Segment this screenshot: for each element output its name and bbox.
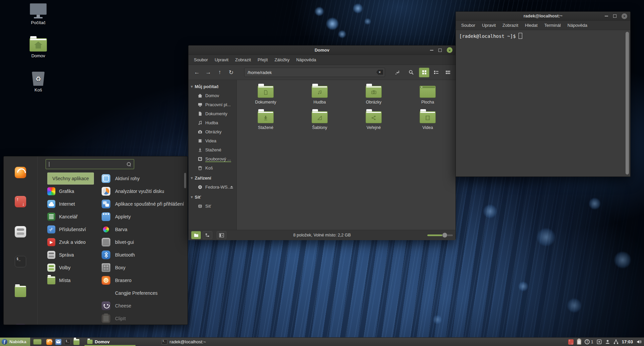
close-button[interactable]: × xyxy=(622,13,627,19)
software-update-launcher[interactable] xyxy=(15,196,26,207)
menu-file[interactable]: Soubor xyxy=(458,23,479,28)
app-item[interactable]: Bluetooth xyxy=(102,249,184,261)
menu-go[interactable]: Přejít xyxy=(254,57,271,62)
sidebar-section-network[interactable]: ▾ Síť xyxy=(189,193,236,202)
desktop-icon-trash[interactable]: ♻ Koš xyxy=(23,70,54,92)
category-sound-video[interactable]: Zvuk a video xyxy=(47,236,102,249)
clock[interactable]: 17:03 xyxy=(622,339,633,344)
firefox-launcher[interactable] xyxy=(46,339,52,345)
sidebar-item-trash[interactable]: Koš xyxy=(189,163,236,172)
app-item[interactable]: Analyzátor využití disku xyxy=(102,185,184,198)
files-launcher[interactable] xyxy=(73,339,79,345)
app-item[interactable]: Cangjie Preferences xyxy=(102,287,184,299)
sidebar-item-videos[interactable]: Videa xyxy=(189,136,236,145)
category-administration[interactable]: Správa xyxy=(47,249,102,261)
taskbar-window-domov[interactable]: Domov xyxy=(85,338,136,346)
sidebar-item-network[interactable]: Síť xyxy=(189,202,236,211)
taskbar-window-terminal[interactable]: radek@localhost:~ xyxy=(159,338,210,346)
maximize-button[interactable] xyxy=(438,49,442,52)
eject-icon[interactable] xyxy=(229,185,234,189)
menu-search[interactable]: Hledat xyxy=(522,23,541,28)
mail-launcher[interactable] xyxy=(55,339,61,345)
minimize-button[interactable] xyxy=(605,16,608,16)
maximize-button[interactable] xyxy=(613,14,616,18)
category-preferences[interactable]: Volby xyxy=(47,261,102,274)
category-internet[interactable]: Internet xyxy=(47,198,102,210)
zoom-slider[interactable] xyxy=(427,232,453,238)
desktop-icon-home[interactable]: Domov xyxy=(23,36,54,58)
menu-file[interactable]: Soubor xyxy=(191,57,211,62)
file-list-area[interactable]: Dokumenty Hudba Obrázky Plocha xyxy=(237,80,455,230)
system-settings-launcher[interactable] xyxy=(15,226,26,237)
compact-view-button[interactable] xyxy=(443,68,453,77)
menu-search-input[interactable] xyxy=(46,159,134,169)
menu-bookmarks[interactable]: Záložky xyxy=(271,57,293,62)
menu-help[interactable]: Nápověda xyxy=(564,23,591,28)
back-button[interactable]: ← xyxy=(191,67,203,77)
file-manager-titlebar[interactable]: Domov × xyxy=(189,46,455,55)
app-item[interactable]: Barva xyxy=(102,223,184,236)
notifications-applet[interactable]: ! 1 xyxy=(585,339,593,344)
folder-tile[interactable]: Stažené xyxy=(240,109,291,130)
app-item[interactable]: Applety xyxy=(102,210,184,223)
menu-view[interactable]: Zobrazit xyxy=(232,57,254,62)
desktop-icon-computer[interactable]: Počítač xyxy=(23,3,54,25)
sidebar-item-desktop[interactable]: Pracovní pl... xyxy=(189,100,236,109)
sidebar-item-home[interactable]: Domov xyxy=(189,91,236,100)
app-item[interactable]: ClipIt xyxy=(102,312,184,325)
terminal-launcher[interactable] xyxy=(15,256,26,267)
terminal-scrollbar[interactable] xyxy=(626,32,629,175)
terminal-titlebar[interactable]: radek@localhost:~ × xyxy=(456,12,630,21)
app-item[interactable]: Boxy xyxy=(102,261,184,274)
category-office[interactable]: Kancelář xyxy=(47,210,102,223)
files-launcher[interactable] xyxy=(15,286,26,297)
sidebar-item-documents[interactable]: Dokumenty xyxy=(189,109,236,118)
sidebar-item-fedora-volume[interactable]: Fedora-WS... xyxy=(189,183,236,192)
icon-view-button[interactable] xyxy=(419,68,429,77)
menu-button[interactable]: f Nabídka xyxy=(0,338,30,346)
volume-icon[interactable] xyxy=(636,339,642,344)
close-button[interactable]: × xyxy=(447,47,452,53)
reload-button[interactable]: ↻ xyxy=(225,67,237,77)
app-item[interactable]: blivet-gui xyxy=(102,236,184,249)
removable-media-icon[interactable] xyxy=(597,339,602,344)
lock-screen-button[interactable] xyxy=(15,324,26,325)
zoom-slider-knob[interactable] xyxy=(442,232,447,238)
path-input[interactable] xyxy=(244,68,385,77)
search-button[interactable] xyxy=(406,67,417,77)
sidebar-section-computer[interactable]: ▾ Můj počítač xyxy=(189,82,236,91)
menu-edit[interactable]: Upravit xyxy=(479,23,499,28)
forward-button[interactable]: → xyxy=(203,67,214,77)
category-accessories[interactable]: Příslušenství xyxy=(47,223,102,236)
firefox-launcher[interactable] xyxy=(15,167,26,178)
user-applet-icon[interactable] xyxy=(605,339,610,344)
category-places[interactable]: Místa xyxy=(47,274,102,287)
menu-terminal[interactable]: Terminál xyxy=(541,23,564,28)
toggle-location-entry-button[interactable] xyxy=(392,67,404,77)
folder-tile[interactable]: Veřejné xyxy=(348,109,399,130)
folder-tile[interactable]: Plocha xyxy=(402,83,453,105)
sidebar-item-pictures[interactable]: Obrázky xyxy=(189,127,236,136)
sidebar-item-music[interactable]: Hudba xyxy=(189,118,236,127)
category-graphics[interactable]: Grafika xyxy=(47,185,102,198)
folder-tile[interactable]: Hudba xyxy=(294,83,345,105)
terminal-launcher[interactable] xyxy=(64,339,70,345)
app-item[interactable]: Cheese xyxy=(102,299,184,312)
minimize-button[interactable] xyxy=(430,50,433,51)
folder-tile[interactable]: Obrázky xyxy=(348,83,399,105)
category-all-applications[interactable]: Všechny aplikace xyxy=(47,172,102,185)
app-item[interactable]: Aktivní rohy xyxy=(102,172,184,185)
folder-tile[interactable]: Dokumenty xyxy=(240,83,291,105)
terminal-content[interactable]: [radek@localhost ~]$ xyxy=(456,30,630,176)
folder-tile[interactable]: Videa xyxy=(402,109,453,130)
sidebar-item-filesystem[interactable]: Souborový ... xyxy=(189,154,236,163)
clipboard-tray-icon[interactable] xyxy=(577,339,581,345)
sidebar-section-devices[interactable]: ▾ Zařízení xyxy=(189,174,236,183)
folder-tile[interactable]: Šablony xyxy=(294,109,345,130)
menu-view[interactable]: Zobrazit xyxy=(499,23,522,28)
updates-tray-icon[interactable] xyxy=(568,339,574,345)
up-button[interactable]: ↑ xyxy=(214,67,225,77)
menu-scrollbar[interactable] xyxy=(184,173,186,188)
app-item[interactable]: Brasero xyxy=(102,274,184,287)
menu-help[interactable]: Nápověda xyxy=(293,57,319,62)
